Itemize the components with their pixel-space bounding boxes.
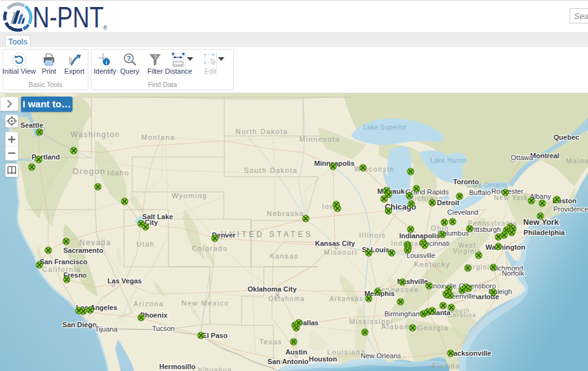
svg-text:Lake Superior: Lake Superior xyxy=(364,124,407,131)
svg-text:Norfolk: Norfolk xyxy=(502,269,524,277)
svg-text:Lake Huron: Lake Huron xyxy=(430,157,467,164)
svg-text:Texas: Texas xyxy=(259,338,282,346)
svg-text:Providence: Providence xyxy=(553,205,588,213)
svg-text:Arkansas: Arkansas xyxy=(329,295,364,302)
svg-text:?: ? xyxy=(154,54,158,60)
svg-text:Wyoming: Wyoming xyxy=(172,192,207,199)
svg-text:Washington: Washington xyxy=(486,243,526,251)
svg-text:Ottawa: Ottawa xyxy=(511,154,534,161)
svg-text:Arizona: Arizona xyxy=(133,300,164,307)
svg-text:North Dakota: North Dakota xyxy=(236,128,289,135)
svg-text:Illinois: Illinois xyxy=(359,231,386,239)
svg-text:San Antonio: San Antonio xyxy=(268,358,309,365)
svg-text:Las Vegas: Las Vegas xyxy=(107,277,142,285)
svg-text:Houston: Houston xyxy=(309,355,338,363)
svg-text:Utah: Utah xyxy=(136,240,154,248)
svg-text:Cleveland: Cleveland xyxy=(448,208,479,216)
svg-text:Montana: Montana xyxy=(141,133,175,141)
svg-text:Birmingham: Birmingham xyxy=(385,310,422,318)
svg-text:Oregon: Oregon xyxy=(72,166,106,176)
svg-text:Chihuahua: Chihuahua xyxy=(193,367,232,371)
svg-text:Carolina: Carolina xyxy=(448,312,477,318)
svg-text:Nebraska: Nebraska xyxy=(266,210,304,217)
svg-text:Tijuana: Tijuana xyxy=(95,325,118,333)
svg-text:Hermosillo: Hermosillo xyxy=(160,363,196,370)
svg-text:N-PNT: N-PNT xyxy=(32,1,104,34)
svg-text:Kansas City: Kansas City xyxy=(315,239,356,247)
svg-text:Minnesota: Minnesota xyxy=(299,135,340,143)
svg-text:Louisville: Louisville xyxy=(406,252,435,259)
svg-text:Sacramento: Sacramento xyxy=(64,246,104,254)
svg-text:New Orleans: New Orleans xyxy=(360,352,401,360)
svg-text:Missouri: Missouri xyxy=(324,248,358,256)
svg-text:Georgia: Georgia xyxy=(417,324,449,332)
svg-text:Tucson: Tucson xyxy=(152,325,175,332)
svg-text:Quebec: Quebec xyxy=(554,133,579,141)
svg-text:Idaho: Idaho xyxy=(107,169,129,177)
svg-text:Indianapolis: Indianapolis xyxy=(399,232,440,239)
svg-text:Seattle: Seattle xyxy=(20,121,43,129)
svg-text:Kentucky: Kentucky xyxy=(414,260,450,268)
svg-text:Toronto: Toronto xyxy=(453,178,479,186)
svg-text:Washington: Washington xyxy=(71,130,120,139)
svg-text:Montreal: Montreal xyxy=(530,152,559,159)
svg-text:New Mexico: New Mexico xyxy=(182,299,229,307)
svg-text:Austin: Austin xyxy=(285,348,308,356)
svg-text:Colorado: Colorado xyxy=(192,245,228,252)
svg-text:El Paso: El Paso xyxy=(202,332,228,339)
svg-text:Mississippi: Mississippi xyxy=(349,318,393,325)
svg-text:?: ? xyxy=(126,55,131,62)
svg-text:San Diego: San Diego xyxy=(62,321,97,328)
svg-text:South Dakota: South Dakota xyxy=(244,166,298,174)
svg-text:Kansas: Kansas xyxy=(270,252,299,260)
svg-text:®: ® xyxy=(103,25,107,31)
svg-text:Nevada: Nevada xyxy=(79,238,111,247)
svg-text:San Francisco: San Francisco xyxy=(39,258,87,266)
svg-text:Detroit: Detroit xyxy=(437,199,460,206)
svg-text:Jacksonville: Jacksonville xyxy=(449,349,491,357)
svg-text:Oklahoma City: Oklahoma City xyxy=(247,285,297,293)
svg-text:Pittsburgh: Pittsburgh xyxy=(469,226,501,233)
svg-text:Oklahoma: Oklahoma xyxy=(268,295,305,302)
svg-text:Florida: Florida xyxy=(432,362,460,370)
svg-text:Maine: Maine xyxy=(566,157,588,165)
svg-text:Buffalo: Buffalo xyxy=(469,189,491,196)
svg-text:Philadelphia: Philadelphia xyxy=(524,229,566,236)
svg-text:New York: New York xyxy=(494,194,528,201)
